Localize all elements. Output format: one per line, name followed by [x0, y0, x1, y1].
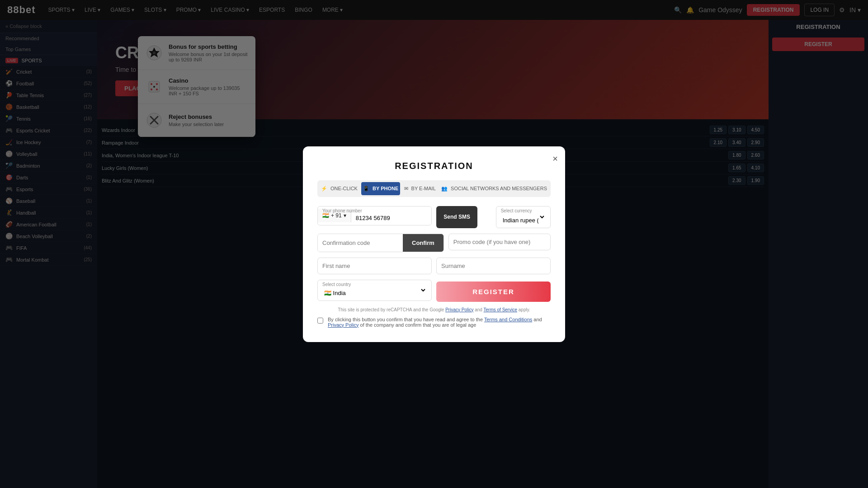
- terms-text: By clicking this button you confirm that…: [328, 317, 551, 328]
- first-name-group: [317, 258, 432, 274]
- country-register-row: Select country 🇮🇳 India REGISTER: [317, 280, 551, 302]
- country-chevron-icon: ▾: [344, 212, 346, 219]
- terms-row: By clicking this button you confirm that…: [317, 317, 551, 328]
- phone-group: Your phone number 🇮🇳 + 91 ▾: [317, 206, 432, 228]
- country-flag: 🇮🇳: [322, 212, 329, 219]
- send-sms-button[interactable]: Send SMS: [436, 206, 477, 228]
- phone-label: Your phone number: [322, 208, 362, 213]
- terms-of-service-link[interactable]: Terms of Service: [484, 307, 517, 312]
- promo-group: [448, 234, 551, 252]
- first-name-input[interactable]: [317, 258, 432, 274]
- surname-group: [436, 258, 551, 274]
- tab-by-phone[interactable]: 📱 BY PHONE: [361, 182, 400, 195]
- register-group: REGISTER: [436, 280, 551, 302]
- confirm-promo-row: Confirm: [317, 234, 551, 252]
- privacy-policy-link[interactable]: Privacy Policy: [445, 307, 473, 312]
- terms-checkbox[interactable]: [317, 318, 323, 324]
- country-label: Select country: [322, 282, 351, 287]
- social-tab-icon: 👥: [441, 186, 448, 191]
- modal-close-button[interactable]: ×: [552, 154, 558, 164]
- phone-number-input[interactable]: [351, 206, 432, 225]
- tab-social-label: SOCIAL NETWORKS AND MESSENGERS: [451, 186, 547, 191]
- country-select-wrap[interactable]: Select country 🇮🇳 India: [317, 280, 432, 301]
- currency-label: Select currency: [501, 208, 532, 213]
- terms-conditions-link[interactable]: Terms and Conditions: [484, 317, 532, 322]
- name-row: [317, 258, 551, 274]
- surname-input[interactable]: [436, 258, 551, 274]
- confirmation-group: Confirm: [317, 234, 444, 252]
- currency-select-wrap[interactable]: Select currency Indian rupee (INR): [496, 206, 551, 228]
- tab-by-email-label: BY E-MAIL: [411, 186, 436, 191]
- confirmation-field-wrap: Confirm: [317, 234, 444, 252]
- and-label: and: [475, 307, 482, 312]
- registration-modal: × REGISTRATION ⚡ ONE-CLICK 📱 BY PHONE ✉ …: [303, 146, 565, 342]
- tab-one-click-label: ONE-CLICK: [330, 186, 358, 191]
- confirmation-code-input[interactable]: [318, 234, 403, 252]
- promo-code-input[interactable]: [448, 234, 551, 250]
- currency-group: Select currency Indian rupee (INR): [496, 206, 551, 228]
- apply-label: apply.: [519, 307, 530, 312]
- recaptcha-text: This site is protected by reCAPTCHA and …: [317, 307, 551, 312]
- confirm-button[interactable]: Confirm: [403, 234, 443, 252]
- one-click-icon: ⚡: [321, 186, 327, 191]
- tab-by-email[interactable]: ✉ BY E-MAIL: [402, 182, 438, 195]
- phone-field-wrap: Your phone number 🇮🇳 + 91 ▾: [317, 206, 432, 225]
- privacy-link[interactable]: Privacy Policy: [328, 322, 359, 328]
- modal-title: REGISTRATION: [317, 161, 551, 171]
- tab-one-click[interactable]: ⚡ ONE-CLICK: [319, 182, 359, 195]
- country-group: Select country 🇮🇳 India: [317, 280, 432, 302]
- tab-social[interactable]: 👥 SOCIAL NETWORKS AND MESSENGERS: [439, 182, 549, 195]
- send-sms-group: Send SMS: [436, 206, 491, 228]
- phone-currency-row: Your phone number 🇮🇳 + 91 ▾ Send SMS: [317, 206, 551, 228]
- registration-tabs: ⚡ ONE-CLICK 📱 BY PHONE ✉ BY E-MAIL 👥 SOC…: [317, 180, 551, 197]
- phone-tab-icon: 📱: [363, 186, 369, 191]
- modal-backdrop[interactable]: × REGISTRATION ⚡ ONE-CLICK 📱 BY PHONE ✉ …: [0, 0, 868, 488]
- recaptcha-prefix: This site is protected by reCAPTCHA and …: [338, 307, 444, 312]
- tab-by-phone-label: BY PHONE: [373, 186, 398, 191]
- email-tab-icon: ✉: [404, 186, 408, 191]
- phone-code: + 91: [331, 212, 342, 219]
- register-button[interactable]: REGISTER: [436, 282, 551, 302]
